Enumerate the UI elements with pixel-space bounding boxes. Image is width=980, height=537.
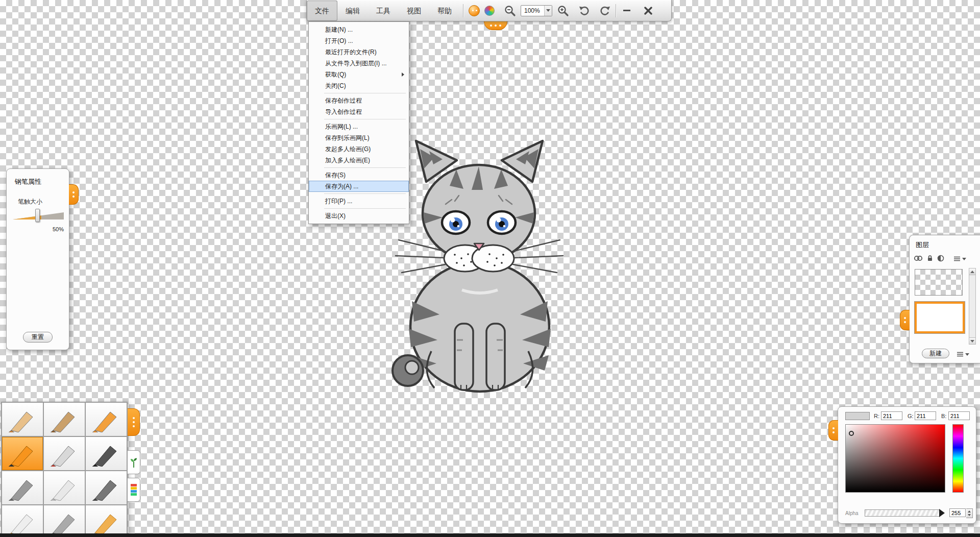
brush-tool-chalk[interactable] xyxy=(86,403,127,436)
file-menu-item-close[interactable]: 关闭(C) xyxy=(309,80,409,91)
brush-tool-fountain-pen[interactable] xyxy=(2,437,43,470)
blue-label: B: xyxy=(941,413,946,419)
file-menu-item-save-creation-process[interactable]: 保存创作过程 xyxy=(309,95,409,106)
menu-item-label: 保存创作过程 xyxy=(325,97,362,104)
paint-brush-icon xyxy=(48,441,81,467)
alpha-spinner[interactable] xyxy=(966,508,973,518)
app-logo-icon xyxy=(469,5,480,16)
reset-button[interactable]: 重置 xyxy=(23,332,53,343)
spinner-up-icon xyxy=(968,510,971,512)
zoom-level-combobox[interactable]: 100% xyxy=(521,5,552,16)
hue-bar[interactable] xyxy=(952,424,964,493)
menu-view[interactable]: 视图 xyxy=(399,1,429,21)
red-input[interactable] xyxy=(881,411,902,420)
menu-separator xyxy=(324,167,406,168)
file-menu-item-save[interactable]: 保存(S) xyxy=(309,169,409,181)
zoom-level-value: 100% xyxy=(521,7,544,14)
brush-tool-panel xyxy=(1,402,128,537)
file-menu-item-save-as[interactable]: 保存为(A) ... xyxy=(309,181,409,192)
menu-item-label: 新建(N) ... xyxy=(325,26,353,33)
color-wheel-button[interactable] xyxy=(482,3,497,19)
layer-link-button[interactable] xyxy=(914,255,923,264)
file-menu-item-new[interactable]: 新建(N) ... xyxy=(309,24,409,35)
file-menu-item-start-multiplayer[interactable]: 发起多人绘画(G) xyxy=(309,143,409,155)
brush-tool-paint-roller[interactable] xyxy=(86,471,127,504)
brush-tool-flat-brush[interactable] xyxy=(2,505,43,537)
alpha-slider[interactable] xyxy=(865,509,940,517)
file-menu-item-recent-files[interactable]: 最近打开的文件(R) xyxy=(309,46,409,58)
brush-size-slider-handle[interactable] xyxy=(35,209,40,222)
menu-item-label: 打印(P) ... xyxy=(325,198,352,205)
menu-item-label: 从文件导入到图层(I) ... xyxy=(325,60,387,67)
color-wheel-icon xyxy=(484,6,495,16)
canvas[interactable] xyxy=(0,0,980,537)
file-menu-item-open[interactable]: 打开(O) ... xyxy=(309,35,409,46)
menu-item-label: 加入多人绘画(E) xyxy=(325,157,370,164)
brush-tool-liner-pen[interactable] xyxy=(44,505,85,537)
color-panel-drag-handle[interactable] xyxy=(828,420,838,441)
minimize-button[interactable] xyxy=(619,3,634,19)
brush-tool-airbrush[interactable] xyxy=(2,471,43,504)
menu-item-label: 保存为(A) ... xyxy=(325,183,358,190)
alpha-slider-handle[interactable] xyxy=(939,509,945,517)
close-button[interactable] xyxy=(641,3,656,19)
minimize-icon xyxy=(623,10,630,11)
color-picker-panel: R: G: B: Alpha xyxy=(838,406,976,524)
layer-lock-button[interactable] xyxy=(926,255,934,264)
brush-tool-paint-brush[interactable] xyxy=(44,437,85,470)
file-menu-item-join-multiplayer[interactable]: 加入多人绘画(E) xyxy=(309,155,409,166)
new-layer-button[interactable]: 新建 xyxy=(922,349,949,358)
menu-edit[interactable]: 编辑 xyxy=(337,1,368,21)
file-menu-item-import-creation-process[interactable]: 导入创作过程 xyxy=(309,106,409,117)
file-menu-item-import-to-layer[interactable]: 从文件导入到图层(I) ... xyxy=(309,58,409,69)
menu-help[interactable]: 帮助 xyxy=(429,1,460,21)
menu-file[interactable]: 文件 xyxy=(307,1,337,21)
brush-tool-highlighter[interactable] xyxy=(86,505,127,537)
sprout-icon xyxy=(130,457,137,468)
layers-scrollbar[interactable] xyxy=(969,268,976,345)
swatch-strip-button[interactable] xyxy=(128,478,140,502)
brush-panel-drag-handle[interactable] xyxy=(128,408,140,436)
layers-panel-title: 图层 xyxy=(916,240,929,250)
redo-button[interactable] xyxy=(597,3,612,19)
flat-brush-icon xyxy=(6,509,39,535)
zoom-out-button[interactable] xyxy=(502,3,518,19)
brush-tool-palette-knife[interactable] xyxy=(44,471,85,504)
grip-dot-icon xyxy=(904,321,906,323)
blue-input[interactable] xyxy=(948,411,970,420)
pen-panel-drag-handle[interactable] xyxy=(69,184,79,205)
scroll-down-button[interactable] xyxy=(969,337,975,344)
brush-tool-reed-pen[interactable] xyxy=(44,403,85,436)
undo-button[interactable] xyxy=(577,3,592,19)
lock-icon xyxy=(926,255,934,262)
brush-tool-dip-pen[interactable] xyxy=(86,437,127,470)
layer-list-menu-button[interactable] xyxy=(957,351,969,357)
file-menu-item-save-to-lehua[interactable]: 保存到乐画网(L) xyxy=(309,132,409,143)
saturation-value-field[interactable] xyxy=(845,424,945,493)
zoom-dropdown-button[interactable] xyxy=(544,6,552,16)
sprout-tool-button[interactable] xyxy=(128,450,140,474)
app-logo-button[interactable] xyxy=(467,3,482,19)
menu-tools[interactable]: 工具 xyxy=(368,1,399,21)
scroll-up-button[interactable] xyxy=(969,268,975,275)
paint-roller-icon xyxy=(90,475,122,501)
file-menu-item-lehua-site[interactable]: 乐画网(L) ... xyxy=(309,121,409,132)
layer-item-1[interactable] xyxy=(915,269,963,296)
pen-properties-panel: 钢笔属性 笔触大小 50% 重置 xyxy=(6,168,69,350)
layers-panel-drag-handle[interactable] xyxy=(900,310,910,330)
brush-tool-pencil[interactable] xyxy=(2,403,43,436)
green-input[interactable] xyxy=(915,411,936,420)
blend-icon xyxy=(937,255,944,262)
file-menu-item-exit[interactable]: 退出(X) xyxy=(309,210,409,222)
zoom-in-button[interactable] xyxy=(555,3,571,19)
layer-blend-button[interactable] xyxy=(937,255,944,264)
redo-icon xyxy=(599,5,610,16)
grip-dot-icon xyxy=(133,425,135,427)
alpha-input[interactable] xyxy=(949,508,966,517)
layers-options-button[interactable] xyxy=(953,256,966,262)
swatch-strip-icon xyxy=(131,484,137,496)
layer-item-2-selected[interactable] xyxy=(915,302,965,333)
file-menu-item-acquire[interactable]: 获取(Q) xyxy=(309,69,409,80)
file-menu-item-print[interactable]: 打印(P) ... xyxy=(309,196,409,207)
color-cursor[interactable] xyxy=(849,431,854,436)
